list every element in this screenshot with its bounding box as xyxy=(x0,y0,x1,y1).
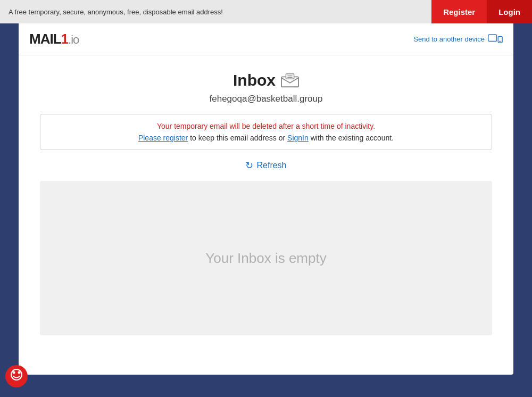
inbox-title-row: Inbox xyxy=(40,71,492,89)
logo-io: .io xyxy=(68,33,79,46)
svg-rect-4 xyxy=(286,74,294,79)
help-button[interactable] xyxy=(5,365,28,387)
inbox-empty-area: Your Inbox is empty xyxy=(40,181,492,335)
logo-one: 1 xyxy=(61,31,68,47)
refresh-button[interactable]: ↻ Refresh xyxy=(245,160,286,171)
logo: MAIL1.io xyxy=(29,31,79,47)
warning-line1: Your temporary email will be deleted aft… xyxy=(51,122,481,130)
card-header: MAIL1.io Send to another device xyxy=(19,23,513,55)
warning-suffix: with the existing account. xyxy=(309,134,394,142)
banner-text: A free temporary, secure, anonymous, fre… xyxy=(9,8,223,16)
svg-point-7 xyxy=(11,369,22,380)
banner-buttons: Register Login xyxy=(431,0,532,23)
inbox-empty-text: Your Inbox is empty xyxy=(205,250,326,267)
refresh-row: ↻ Refresh xyxy=(40,160,492,171)
left-sidebar xyxy=(0,23,19,397)
card-content: Inbox fehegoqa@basketball.group Your tem… xyxy=(19,55,513,346)
please-register-link[interactable]: Please register xyxy=(138,134,188,142)
right-sidebar xyxy=(513,23,532,397)
email-address: fehegoqa@basketball.group xyxy=(40,94,492,104)
register-button[interactable]: Register xyxy=(431,0,487,23)
inbox-envelope-icon xyxy=(281,73,299,88)
warning-middle: to keep this email address or xyxy=(188,134,287,142)
refresh-label: Refresh xyxy=(256,161,286,170)
refresh-icon: ↻ xyxy=(245,160,253,171)
inbox-title: Inbox xyxy=(233,71,276,89)
send-to-device-label: Send to another device xyxy=(413,35,485,43)
warning-line2: Please register to keep this email addre… xyxy=(51,134,481,142)
svg-rect-1 xyxy=(498,36,502,42)
svg-rect-0 xyxy=(488,35,497,41)
main-card: MAIL1.io Send to another device Inbox xyxy=(19,23,513,375)
login-button[interactable]: Login xyxy=(487,0,532,23)
device-icon xyxy=(488,34,503,45)
top-banner: A free temporary, secure, anonymous, fre… xyxy=(0,0,532,23)
send-to-device-link[interactable]: Send to another device xyxy=(413,34,503,45)
svg-point-8 xyxy=(13,371,15,374)
sign-in-link[interactable]: SignIn xyxy=(287,134,309,142)
svg-point-9 xyxy=(18,371,21,374)
warning-box: Your temporary email will be deleted aft… xyxy=(40,114,492,150)
logo-mail: MAIL xyxy=(29,31,61,47)
help-icon xyxy=(10,368,23,384)
